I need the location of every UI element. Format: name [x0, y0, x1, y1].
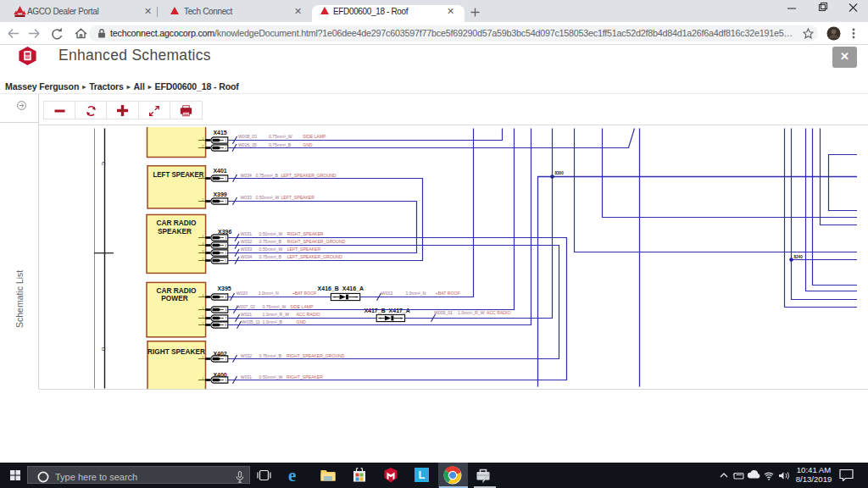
svg-text:1: 1: [380, 317, 381, 320]
svg-text:3: 3: [225, 308, 226, 312]
svg-text:7: 7: [225, 316, 226, 320]
svg-text:W0211.0mm²_R_WACC RADIO: W0211.0mm²_R_WACC RADIO: [241, 312, 320, 317]
svg-text:1: 1: [225, 176, 226, 180]
svg-text:X415: X415: [213, 130, 226, 136]
svg-text:W026_050.75mm²_BGND: W026_050.75mm²_BGND: [238, 142, 313, 147]
svg-text:W0340.75mm²_BLEFT_SPEAKER_GROU: W0340.75mm²_BLEFT_SPEAKER_GROUND: [241, 254, 342, 259]
svg-text:5: 5: [225, 258, 226, 263]
svg-text:1: 1: [225, 199, 226, 203]
svg-text:X396: X396: [218, 229, 231, 235]
svg-text:W035_111.0mm²_BGND: W035_111.0mm²_BGND: [242, 319, 306, 324]
svg-text:W0310.50mm²_WRIGHT_SPEAKER: W0310.50mm²_WRIGHT_SPEAKER: [241, 374, 323, 380]
svg-text:C: C: [101, 162, 106, 166]
svg-text:1: 1: [355, 296, 357, 299]
svg-text:D: D: [101, 347, 106, 352]
svg-text:W008_030.75mm²_WSIDE LAMP: W008_030.75mm²_WSIDE LAMP: [238, 134, 326, 139]
svg-text:X417_B X417_A: X417_B X417_A: [364, 308, 409, 313]
svg-text:W0201.0mm²_N+BAT ROOF: W0201.0mm²_N+BAT ROOF: [236, 291, 317, 296]
svg-text:2: 2: [225, 146, 226, 150]
svg-text:X399: X399: [213, 191, 226, 197]
svg-text:X416_B X416_A: X416_B X416_A: [318, 286, 364, 291]
svg-text:W0340.75mm²_BLEFT_SPEAKER_GROU: W0340.75mm²_BLEFT_SPEAKER_GROUND: [241, 173, 337, 178]
svg-text:1: 1: [225, 357, 226, 361]
svg-text:1: 1: [225, 138, 226, 142]
svg-text:1: 1: [334, 296, 336, 299]
svg-text:W0330.50mm²_WLEFT_SPEAKER: W0330.50mm²_WLEFT_SPEAKER: [241, 247, 321, 252]
svg-text:W0320.75mm²_BRIGHT_SPEAKER_GRO: W0320.75mm²_BRIGHT_SPEAKER_GROUND: [241, 239, 346, 244]
svg-text:W007_020.75mm²_WSIDE LAMP: W007_020.75mm²_WSIDE LAMP: [236, 304, 314, 309]
svg-text:X401: X401: [213, 168, 226, 174]
svg-text:1: 1: [225, 251, 226, 255]
svg-text:3: 3: [225, 236, 226, 240]
svg-text:8300: 8300: [555, 171, 565, 175]
svg-text:W0320.75mm²_BRIGHT_SPEAKER_GRO: W0320.75mm²_BRIGHT_SPEAKER_GROUND: [241, 353, 345, 358]
svg-text:1: 1: [400, 317, 402, 320]
svg-text:POWER: POWER: [161, 294, 187, 302]
svg-text:8: 8: [225, 323, 226, 327]
svg-text:8240: 8240: [794, 255, 804, 259]
svg-text:X395: X395: [217, 286, 231, 291]
svg-text:LEFT SPEAKER: LEFT SPEAKER: [153, 170, 204, 179]
svg-text:SPEAKER: SPEAKER: [158, 227, 192, 236]
svg-text:W009_011.0mm²_R_WACC RADIO: W009_011.0mm²_R_WACC RADIO: [434, 310, 510, 315]
svg-text:W0310.50mm²_WRIGHT_SPEAKER: W0310.50mm²_WRIGHT_SPEAKER: [241, 231, 324, 236]
svg-text:W0330.50mm²_WLEFT_SPEAKER: W0330.50mm²_WLEFT_SPEAKER: [241, 195, 315, 200]
svg-text:RIGHT SPEAKER: RIGHT SPEAKER: [147, 347, 205, 356]
svg-text:W0131.0mm²_N+BAT ROOF: W0131.0mm²_N+BAT ROOF: [381, 291, 460, 296]
svg-text:1: 1: [225, 378, 226, 382]
